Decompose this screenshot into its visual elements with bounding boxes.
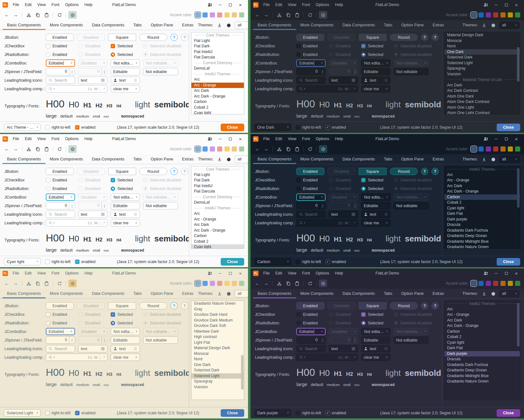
right-to-left-checkbox[interactable]: right-to-left: [45, 411, 71, 415]
theme-select[interactable]: Solarized Light ▼: [4, 409, 41, 417]
editable-combobox[interactable]: Editable ▼: [46, 328, 75, 335]
tab-option-pane[interactable]: Option Pane: [397, 154, 428, 164]
menu-item-help[interactable]: Help: [333, 268, 345, 278]
minimize-button[interactable]: [215, 0, 225, 10]
radio-enabled[interactable]: Enabled: [46, 52, 75, 57]
not-editable-combobox[interactable]: Not editable ▼: [111, 193, 140, 201]
whole-word-toggle[interactable]: W: [94, 356, 98, 359]
theme-list-item[interactable]: Cobalt 2: [445, 334, 520, 340]
theme-list-item[interactable]: Arc Dark - Orange: [445, 323, 520, 329]
not-editable-textfield[interactable]: Not editable: [394, 336, 429, 344]
themes-filter-select[interactable]: all ▼: [235, 22, 248, 29]
forward-button[interactable]: →: [262, 11, 270, 19]
theme-list-item[interactable]: Arc Dark: [445, 83, 520, 88]
theme-select[interactable]: Arc Theme - … ▼: [4, 124, 41, 131]
radio-enabled[interactable]: Enabled: [46, 321, 75, 325]
editable-combobox[interactable]: Editable ▼: [296, 59, 326, 67]
date-input[interactable]: text: [78, 77, 107, 84]
clear-icon[interactable]: ×: [135, 355, 137, 360]
square-button[interactable]: Square: [108, 34, 136, 41]
tab-basic-components[interactable]: Basic Components: [3, 289, 45, 298]
forward-button[interactable]: →: [262, 145, 270, 153]
theme-list-item[interactable]: Cyan light: [445, 340, 520, 346]
theme-list-item[interactable]: Arc Dark: [191, 88, 244, 94]
menu-item-options[interactable]: Options: [314, 268, 332, 278]
theme-select[interactable]: Cyan light ▼: [4, 258, 41, 265]
theme-list-item[interactable]: Vuesion: [191, 384, 244, 390]
scrollbar-thumb[interactable]: [517, 168, 520, 207]
accent-swatch[interactable]: [232, 12, 237, 17]
help-button[interactable]: ?: [421, 34, 428, 41]
radio-enabled[interactable]: Enabled: [296, 52, 326, 57]
checkbox-enabled[interactable]: Enabled: [296, 178, 326, 182]
spinner[interactable]: 0 ▲ ▼: [46, 336, 75, 344]
person-input[interactable]: text: [361, 211, 390, 218]
menu-item-font[interactable]: Font: [49, 0, 62, 10]
github-button[interactable]: [490, 156, 496, 163]
whole-word-toggle[interactable]: W: [345, 356, 348, 359]
clear-icon[interactable]: ×: [386, 221, 388, 225]
themes-filter-select[interactable]: all ▼: [499, 290, 520, 297]
menu-item-help[interactable]: Help: [82, 134, 94, 144]
spinner[interactable]: 0 ▲ ▼: [296, 336, 326, 344]
accent-swatch[interactable]: [479, 12, 484, 17]
paste-button[interactable]: [293, 11, 301, 19]
search-input[interactable]: Search: [46, 77, 75, 84]
theme-list-item[interactable]: Carbon: [445, 329, 520, 335]
not-editable-textfield[interactable]: Not editable: [143, 336, 178, 344]
tab-extras[interactable]: Extras: [178, 20, 198, 30]
radio-selected[interactable]: Selected: [361, 186, 390, 191]
spinner-arrows[interactable]: ▲ ▼: [320, 68, 325, 75]
back-button[interactable]: ←: [253, 11, 261, 19]
theme-select[interactable]: One Dark ▼: [254, 124, 291, 131]
download-themes-button[interactable]: [481, 22, 487, 29]
person-input[interactable]: text: [111, 77, 140, 84]
scrollbar-thumb[interactable]: [517, 47, 520, 81]
accent-swatch[interactable]: [217, 146, 222, 152]
theme-list-item[interactable]: Arc Dark - Orange: [191, 228, 244, 234]
round-button[interactable]: Round: [390, 168, 418, 175]
accent-swatch[interactable]: [239, 12, 244, 17]
themes-scrollbar[interactable]: [517, 301, 520, 399]
tab-more-components[interactable]: More Components: [296, 20, 338, 30]
tab-extras[interactable]: Extras: [178, 154, 198, 164]
tab-extras[interactable]: Extras: [428, 289, 449, 298]
theme-list-item[interactable]: Dark purple: [445, 217, 520, 222]
copy-button[interactable]: [284, 280, 292, 287]
close-button[interactable]: Close: [221, 124, 244, 131]
menu-item-edit[interactable]: Edit: [273, 268, 284, 278]
refresh-button[interactable]: [55, 280, 64, 287]
date-input[interactable]: text: [329, 77, 358, 84]
enabled-checkbox[interactable]: ✓ enabled: [326, 260, 346, 264]
theme-list-item[interactable]: Gradianto Nature Green: [445, 244, 520, 249]
editable-combobox[interactable]: Editable ▼: [296, 193, 326, 201]
refresh-button[interactable]: [55, 145, 64, 153]
help-button[interactable]: ?: [170, 34, 178, 41]
date-input[interactable]: text: [78, 345, 107, 352]
tab-more-components[interactable]: More Components: [296, 289, 338, 298]
theme-list-item[interactable]: Gruvbox Dark Soft: [191, 323, 244, 329]
theme-list-item[interactable]: Arc Dark Contrast: [445, 88, 520, 94]
download-themes-button[interactable]: [216, 156, 223, 163]
clear-me-input[interactable]: clear me ×: [361, 219, 390, 227]
search-input[interactable]: Search: [296, 77, 326, 84]
refresh-button[interactable]: [306, 280, 314, 287]
checkbox-selected[interactable]: ✓ Selected: [361, 178, 390, 182]
menu-item-view[interactable]: View: [35, 0, 48, 10]
theme-list-item[interactable]: Material Design Dark: [445, 32, 520, 38]
theme-list-item[interactable]: Gradianto Nature Green: [445, 379, 520, 384]
tab-tabs[interactable]: Tabs: [379, 154, 397, 164]
menu-item-options[interactable]: Options: [314, 134, 332, 144]
theme-list-item[interactable]: Carbon: [445, 194, 520, 200]
theme-list-item[interactable]: Gruvbox Dark Hard: [191, 312, 244, 318]
checkbox-enabled[interactable]: Enabled: [46, 178, 75, 182]
menu-item-font[interactable]: Font: [49, 268, 62, 278]
tab-data-components[interactable]: Data Components: [338, 20, 379, 30]
right-to-left-checkbox[interactable]: right-to-left: [296, 260, 321, 264]
accent-swatch[interactable]: [486, 12, 491, 17]
theme-list-item[interactable]: Cobalt 2: [445, 200, 520, 206]
checkbox-selected[interactable]: ✓ Selected: [111, 44, 140, 48]
maximize-button[interactable]: [225, 268, 235, 278]
enabled-button[interactable]: Enabled: [46, 302, 74, 309]
menu-item-view[interactable]: View: [35, 268, 48, 278]
